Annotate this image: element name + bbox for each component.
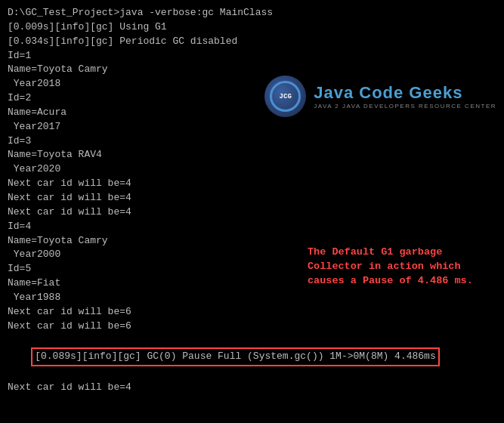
line-2: [0.009s][info][gc] Using G1: [8, 20, 496, 35]
gc-highlight-text: [0.089s][info][gc] GC(0) Pause Full (Sys…: [31, 347, 440, 366]
line-13: Next car id will be=4: [8, 177, 496, 191]
line-4: Id=1: [8, 49, 496, 63]
line-23: Next car id will be=6: [8, 320, 496, 334]
logo-text: Java Code Geeks Java 2 Java Developers R…: [314, 83, 496, 110]
logo-title: Java Code Geeks: [314, 83, 496, 103]
line-15: Next car id will be=4: [8, 205, 496, 220]
line-14: Next car id will be=4: [8, 191, 496, 205]
jcg-logo-icon: [264, 76, 306, 117]
line-25: Next car id will be=4: [8, 381, 496, 395]
line-10: Id=3: [8, 134, 496, 149]
line-27-prompt: D:\GC_Test_Project>: [8, 409, 496, 423]
line-16: Id=4: [8, 220, 496, 234]
line-12: Year2020: [8, 162, 496, 177]
logo-subtitle: Java 2 Java Developers Resource Center: [314, 103, 496, 110]
line-1: D:\GC_Test_Project>java -verbose:gc Main…: [8, 6, 496, 20]
logo-area: Java Code Geeks Java 2 Java Developers R…: [264, 76, 496, 117]
terminal-window: Java Code Geeks Java 2 Java Developers R…: [0, 0, 504, 423]
annotation-row: Year1988 The Default G1 garbage Collecto…: [8, 291, 496, 305]
line-22: Next car id will be=6: [8, 305, 496, 320]
line-21: Year1988: [8, 291, 496, 305]
line-26: [8, 395, 496, 409]
gc-annotation: The Default G1 garbage Collector in acti…: [308, 245, 474, 289]
line-3: [0.034s][info][gc] Periodic GC disabled: [8, 35, 496, 49]
line-11: Name=Toyota RAV4: [8, 148, 496, 162]
line-9: Year2017: [8, 120, 496, 134]
line-24-highlight: [0.089s][info][gc] GC(0) Pause Full (Sys…: [8, 333, 496, 381]
